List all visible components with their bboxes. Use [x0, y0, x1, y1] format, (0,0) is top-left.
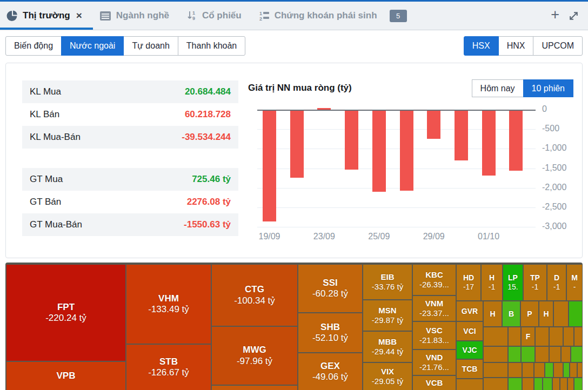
treemap-cell[interactable] [574, 327, 582, 346]
treemap-cell-MBB[interactable]: MBB-29.44 tỷ [363, 332, 412, 362]
ticker-label: VJC [462, 346, 477, 355]
treemap-cell-VSC[interactable]: VSC-21.83... [413, 322, 456, 349]
chart-bar[interactable] [509, 111, 523, 171]
treemap-cell-VJC[interactable]: VJC [457, 341, 483, 359]
chart-bar[interactable] [345, 111, 358, 170]
treemap-cell[interactable] [569, 301, 582, 326]
treemap-cell[interactable] [523, 363, 533, 377]
treemap-cell-SHB[interactable]: SHB-52.10 tỷ [298, 313, 362, 352]
treemap-cell-VHM[interactable]: VHM-133.49 tỷ [126, 265, 211, 344]
chart-bar[interactable] [290, 111, 304, 178]
treemap-cell-MWG[interactable]: MWG-97.96 tỷ [212, 327, 297, 385]
tab-3[interactable]: 12Chứng khoán phái sinh5 [252, 2, 418, 30]
treemap-cell[interactable] [484, 327, 507, 346]
treemap-cell-VCI[interactable]: VCI [457, 322, 483, 340]
view-button-0[interactable]: Biến động [5, 36, 62, 56]
tab-1[interactable]: Ngành nghề [93, 2, 180, 30]
treemap-cell-KBC[interactable]: KBC-26.39... [413, 265, 456, 295]
treemap-cell-H[interactable]: H [539, 301, 553, 326]
treemap-cell[interactable] [550, 327, 563, 346]
treemap-cell[interactable] [562, 347, 570, 362]
tab-0[interactable]: Thị trường× [0, 2, 93, 30]
treemap-cell[interactable] [545, 363, 553, 377]
treemap-cell-VND[interactable]: VND-21.76... [413, 350, 456, 375]
treemap-cell-TP[interactable]: TP-1 [524, 265, 546, 300]
tab-2[interactable]: 19Cổ phiếu [180, 2, 252, 30]
treemap-cell-EIB[interactable]: EIB-33.76 tỷ [363, 265, 412, 299]
treemap-cell[interactable] [560, 378, 567, 390]
treemap-cell[interactable] [571, 347, 582, 362]
treemap-cell[interactable] [568, 378, 573, 390]
chart-bar[interactable] [263, 111, 276, 221]
treemap-cell-GVR[interactable]: GVR [457, 301, 483, 321]
treemap-cell-F[interactable]: F [522, 327, 534, 346]
chart-bar[interactable] [455, 111, 468, 160]
treemap-cell[interactable] [543, 378, 552, 390]
treemap-cell-TCB[interactable]: TCB [457, 360, 483, 378]
treemap-cell[interactable] [574, 378, 582, 390]
treemap-cell-H[interactable]: H-1 [482, 265, 502, 300]
treemap-cell[interactable] [484, 378, 507, 390]
treemap-cell-D[interactable]: D-1 [547, 265, 566, 300]
treemap-cell[interactable] [536, 347, 549, 362]
treemap-cell[interactable] [534, 363, 544, 377]
treemap-cell-LP[interactable]: LP15. [503, 265, 523, 300]
treemap-cell[interactable] [523, 378, 533, 390]
treemap-cell[interactable] [509, 347, 520, 362]
treemap-cell-HD[interactable]: HD-17 [457, 265, 480, 300]
treemap-cell-FPT[interactable]: FPT-220.24 tỷ [6, 265, 125, 361]
treemap-cell[interactable] [484, 347, 507, 362]
treemap-cell[interactable] [554, 301, 568, 326]
period-button-0[interactable]: Hôm nay [472, 79, 524, 97]
treemap-cell-VIX[interactable]: VIX-29.05 tỷ [363, 363, 412, 390]
add-tab-icon[interactable]: + [551, 8, 559, 22]
close-icon[interactable]: × [76, 10, 82, 22]
summary-label: KL Mua [30, 86, 61, 97]
y-tick-label: -500 [542, 124, 559, 133]
treemap-cell-M[interactable]: M- [567, 265, 582, 300]
treemap-cell-STB[interactable]: STB-126.67 tỷ [126, 345, 211, 390]
treemap-cell[interactable] [509, 378, 522, 390]
chart-bar[interactable] [427, 111, 440, 139]
chart-bar[interactable] [482, 111, 496, 176]
exchange-button-0[interactable]: HSX [464, 36, 499, 56]
treemap-cell-GEX[interactable]: GEX-49.06 tỷ [298, 353, 362, 390]
treemap-cell-B[interactable]: B [503, 301, 520, 326]
ticker-label: GVR [462, 307, 478, 316]
exchange-button-1[interactable]: HNX [498, 36, 534, 56]
period-button-1[interactable]: 10 phiên [523, 79, 573, 97]
chart-bar[interactable] [400, 111, 413, 191]
treemap-cell[interactable] [570, 363, 577, 377]
treemap-cell-VNM[interactable]: VNM-23.37... [413, 296, 456, 321]
treemap-cell[interactable] [484, 363, 507, 377]
treemap-cell[interactable] [578, 363, 582, 377]
treemap-cell[interactable] [509, 363, 522, 377]
treemap-cell[interactable] [536, 327, 549, 346]
treemap-cell-H[interactable]: H [484, 301, 502, 326]
treemap-cell[interactable] [550, 347, 560, 362]
view-button-1[interactable]: Nước ngoài [61, 36, 124, 56]
treemap-cell-MSN[interactable]: MSN-29.87 tỷ [363, 300, 412, 331]
ticker-label: VND [426, 353, 443, 362]
treemap-cell-SSI[interactable]: SSI-60.28 tỷ [298, 265, 362, 312]
chart-bar[interactable] [317, 108, 331, 110]
ticker-label: TCB [462, 365, 478, 374]
treemap-cell[interactable] [509, 327, 520, 346]
chart-bar[interactable] [372, 111, 386, 192]
treemap-cell-VPB[interactable]: VPB [6, 362, 125, 390]
treemap-cell-CTG[interactable]: CTG-100.34 tỷ [212, 265, 297, 326]
treemap-cell[interactable] [457, 379, 483, 390]
treemap-cell[interactable] [534, 378, 542, 390]
treemap-cell-P[interactable]: P [521, 301, 538, 326]
treemap-cell[interactable] [212, 386, 297, 390]
treemap-cell[interactable] [553, 378, 559, 390]
expand-icon[interactable] [568, 10, 579, 22]
exchange-button-2[interactable]: UPCOM [533, 36, 583, 56]
treemap-cell-VCB[interactable]: VCB [413, 376, 456, 390]
view-button-2[interactable]: Tự doanh [123, 36, 178, 56]
treemap-cell[interactable] [522, 347, 534, 362]
treemap-cell[interactable] [564, 327, 573, 346]
treemap-cell[interactable] [564, 363, 569, 377]
view-button-3[interactable]: Thanh khoản [178, 36, 245, 56]
treemap-cell[interactable] [554, 363, 563, 377]
